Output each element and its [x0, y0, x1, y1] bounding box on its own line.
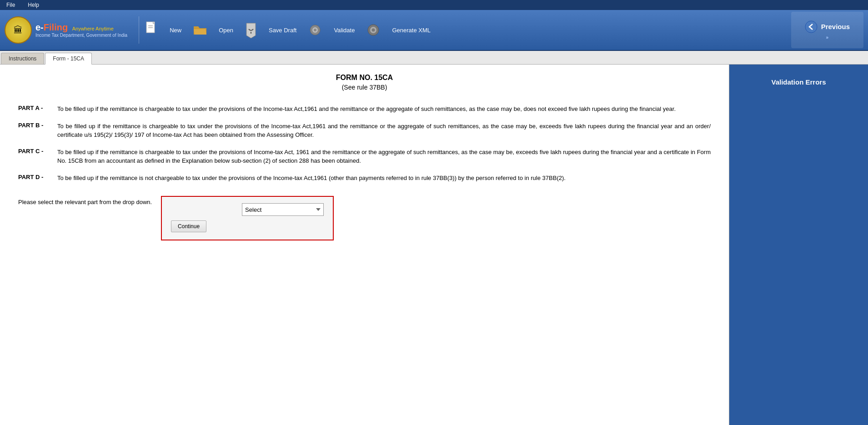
new-label: New	[170, 27, 181, 34]
chevron-icon: »	[826, 35, 829, 40]
select-section: Please select the relevant part from the…	[18, 196, 711, 240]
previous-arrow-icon	[805, 20, 818, 33]
select-box-container: Select Part A Part B Part C Part D Conti…	[161, 196, 334, 240]
svg-rect-1	[148, 25, 153, 26]
main-layout: FORM NO. 15CA (See rule 37BB) PART A - T…	[0, 65, 868, 425]
new-button[interactable]: New	[162, 23, 189, 37]
part-b-text: To be filled up if the remittance is cha…	[57, 122, 711, 140]
new-icon-area	[141, 21, 162, 39]
save-draft-icon-area	[241, 21, 261, 39]
content-area: FORM NO. 15CA (See rule 37BB) PART A - T…	[0, 65, 729, 425]
part-b-label: PART B -	[18, 122, 50, 140]
part-a-row: PART A - To be filled up if the remittan…	[18, 105, 711, 114]
form-subtitle: (See rule 37BB)	[18, 84, 711, 91]
menu-file[interactable]: File	[4, 1, 18, 9]
open-button[interactable]: Open	[211, 23, 241, 37]
open-icon-area	[189, 21, 211, 39]
svg-point-10	[805, 21, 817, 33]
svg-point-6	[314, 29, 316, 31]
save-draft-label: Save Draft	[269, 27, 296, 34]
part-c-row: PART C - To be filled up if the remittan…	[18, 148, 711, 165]
logo-text-block: e-Filing Anywhere Anytime Income Tax Dep…	[35, 22, 127, 38]
part-b-row: PART B - To be filled up if the remittan…	[18, 122, 711, 140]
logo-efiling-text: e-Filing Anywhere Anytime	[35, 22, 127, 33]
generate-xml-button[interactable]: Generate XML	[385, 23, 438, 37]
generate-xml-gear-icon	[366, 21, 381, 39]
tab-instructions[interactable]: Instructions	[1, 53, 44, 64]
form-title: FORM NO. 15CA	[18, 74, 711, 82]
part-d-label: PART D -	[18, 174, 50, 183]
previous-label: Previous	[821, 23, 850, 30]
menu-bar: File Help	[0, 0, 868, 10]
svg-rect-2	[148, 27, 153, 28]
tab-form-15ca[interactable]: Form - 15CA	[45, 53, 92, 65]
generate-xml-label: Generate XML	[392, 27, 431, 34]
part-select-dropdown[interactable]: Select Part A Part B Part C Part D	[242, 203, 324, 216]
continue-button[interactable]: Continue	[171, 220, 206, 232]
part-d-row: PART D - To be filled up if the remittan…	[18, 174, 711, 183]
menu-help[interactable]: Help	[25, 1, 42, 9]
toolbar-divider-1	[139, 16, 139, 44]
select-label: Please select the relevant part from the…	[18, 196, 152, 205]
continue-row: Continue	[171, 220, 324, 232]
logo: 🏛 e-Filing Anywhere Anytime Income Tax D…	[5, 16, 127, 44]
part-a-label: PART A -	[18, 105, 50, 114]
validate-label: Validate	[334, 27, 355, 34]
generate-xml-icon-area	[362, 21, 385, 39]
part-c-text: To be filled up if the remittance is cha…	[57, 148, 711, 165]
open-label: Open	[219, 27, 233, 34]
logo-subtitle: Income Tax Department, Government of Ind…	[35, 33, 127, 38]
right-panel: Validation Errors	[729, 65, 868, 425]
select-row: Select Part A Part B Part C Part D	[171, 203, 324, 216]
validate-button[interactable]: Validate	[326, 23, 362, 37]
part-a-text: To be filled up if the remittance is cha…	[57, 105, 676, 114]
part-c-label: PART C -	[18, 148, 50, 165]
validation-errors-button[interactable]: Validation Errors	[729, 65, 868, 425]
logo-emblem: 🏛	[5, 16, 32, 44]
previous-button[interactable]: Previous »	[791, 12, 863, 48]
tabs-container: Instructions Form - 15CA	[0, 51, 868, 65]
validate-gear-icon	[307, 21, 323, 39]
svg-point-9	[372, 29, 375, 32]
save-draft-icon	[244, 21, 258, 39]
new-file-icon	[145, 21, 159, 39]
validate-icon-area	[304, 21, 326, 39]
save-draft-button[interactable]: Save Draft	[261, 23, 304, 37]
toolbar: 🏛 e-Filing Anywhere Anytime Income Tax D…	[0, 10, 868, 51]
part-d-text: To be filled up if the remittance is not…	[57, 174, 566, 183]
open-folder-icon	[192, 21, 208, 39]
